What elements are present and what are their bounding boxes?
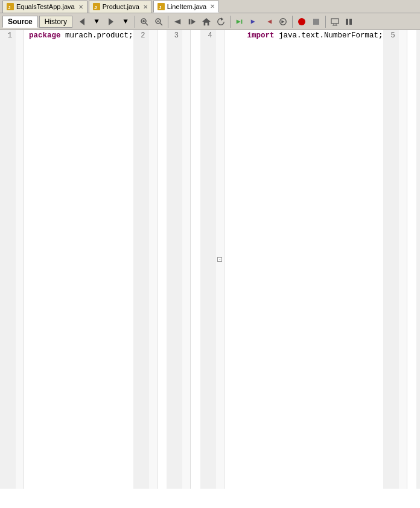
code-line[interactable] xyxy=(158,30,167,489)
next-edit-button[interactable] xyxy=(104,15,118,28)
svg-rect-16 xyxy=(189,19,191,24)
refresh-button[interactable] xyxy=(214,15,228,28)
jump-button[interactable] xyxy=(276,15,290,28)
step-over-button[interactable] xyxy=(233,15,246,28)
svg-point-26 xyxy=(298,18,305,25)
line-number: 5 xyxy=(383,30,399,489)
stop-button[interactable] xyxy=(310,15,323,28)
table-row: 2 xyxy=(133,30,167,489)
gutter-empty xyxy=(16,30,24,489)
table-row: 4- import java.text.NumberFormat; xyxy=(200,30,383,489)
line-number: 4 xyxy=(200,30,216,489)
gutter-empty xyxy=(399,30,407,489)
svg-marker-18 xyxy=(202,17,211,25)
svg-marker-25 xyxy=(281,20,284,23)
prev-dropdown[interactable]: ▼ xyxy=(89,15,104,28)
svg-rect-28 xyxy=(331,19,339,24)
svg-marker-22 xyxy=(251,19,255,24)
svg-marker-6 xyxy=(80,18,84,25)
code-line[interactable]: package murach.product; xyxy=(24,30,133,489)
code-line[interactable] xyxy=(407,30,417,489)
table-row: 3 xyxy=(167,30,200,489)
tab-lineitem-close[interactable]: ✕ xyxy=(210,3,215,10)
svg-rect-33 xyxy=(349,19,352,25)
history-tab[interactable]: History xyxy=(39,16,72,28)
svg-marker-15 xyxy=(174,19,181,24)
java-file-icon-2: J xyxy=(93,3,100,10)
prev-dropdown-btn[interactable]: ▼ xyxy=(90,15,103,28)
breakpoint-button[interactable] xyxy=(295,15,308,28)
tab-lineitem[interactable]: J LineItem.java ✕ xyxy=(153,1,219,13)
column-button[interactable] xyxy=(343,15,356,28)
gutter-empty xyxy=(149,30,158,489)
source-tab[interactable]: Source xyxy=(2,16,38,28)
svg-rect-32 xyxy=(346,19,348,25)
tab-product-label: Product.java xyxy=(103,3,139,10)
table-row: 6 public class LineItem { xyxy=(416,30,420,489)
svg-marker-19 xyxy=(221,17,223,21)
svg-text:J: J xyxy=(94,5,97,10)
forward-button[interactable] xyxy=(185,15,199,28)
fold-marker[interactable]: - xyxy=(216,30,224,489)
line-number: 1 xyxy=(0,30,16,489)
svg-marker-23 xyxy=(267,19,272,24)
monitor-button[interactable] xyxy=(328,15,342,28)
code-editor: 1package murach.product;2 3 4- import ja… xyxy=(0,30,420,489)
sep-3 xyxy=(230,16,231,28)
sep-4 xyxy=(292,16,293,28)
step-return-button[interactable] xyxy=(262,15,275,28)
table-row: 5 xyxy=(383,30,417,489)
next-dropdown-btn[interactable]: ▼ xyxy=(119,15,132,28)
sep-5 xyxy=(325,16,326,28)
svg-marker-7 xyxy=(109,18,113,25)
zoom-in-button[interactable] xyxy=(138,15,151,28)
sep-2 xyxy=(168,16,168,28)
svg-line-9 xyxy=(145,23,148,25)
tab-equalstestapp-label: EqualsTestApp.java xyxy=(16,3,75,10)
svg-marker-17 xyxy=(191,19,196,24)
toolbar: Source History ▼ ▼ xyxy=(0,13,420,30)
line-number: 2 xyxy=(133,30,149,489)
tab-product-close[interactable]: ✕ xyxy=(143,4,148,10)
prev-edit-button[interactable] xyxy=(75,15,89,28)
line-number: 6 xyxy=(416,30,420,489)
tab-product[interactable]: J Product.java ✕ xyxy=(89,1,152,13)
tab-lineitem-label: LineItem.java xyxy=(167,3,206,10)
svg-line-13 xyxy=(160,23,162,25)
dropdown-arrow-icon-2: ▼ xyxy=(123,17,127,26)
step-into-button[interactable] xyxy=(247,15,261,28)
java-file-icon: J xyxy=(7,3,14,10)
svg-text:J: J xyxy=(8,5,10,10)
line-number: 3 xyxy=(167,30,182,489)
home-button[interactable] xyxy=(200,15,213,28)
tab-equalstestapp[interactable]: J EqualsTestApp.java ✕ xyxy=(2,1,88,13)
svg-marker-20 xyxy=(237,19,241,24)
tab-bar: J EqualsTestApp.java ✕ J Product.java ✕ … xyxy=(0,0,420,13)
back-button[interactable] xyxy=(171,15,184,28)
tab-equalstestapp-close[interactable]: ✕ xyxy=(78,4,83,10)
dropdown-arrow-icon: ▼ xyxy=(94,17,98,26)
svg-text:J: J xyxy=(159,5,161,10)
zoom-out-button[interactable] xyxy=(152,15,165,28)
sep-1 xyxy=(135,16,135,28)
svg-rect-27 xyxy=(313,19,319,25)
code-line[interactable]: import java.text.NumberFormat; xyxy=(224,30,383,489)
next-dropdown[interactable]: ▼ xyxy=(118,15,133,28)
table-row: 1package murach.product; xyxy=(0,30,133,489)
code-line[interactable] xyxy=(191,30,200,489)
gutter-empty xyxy=(182,30,191,489)
java-file-icon-3: J xyxy=(158,3,165,10)
